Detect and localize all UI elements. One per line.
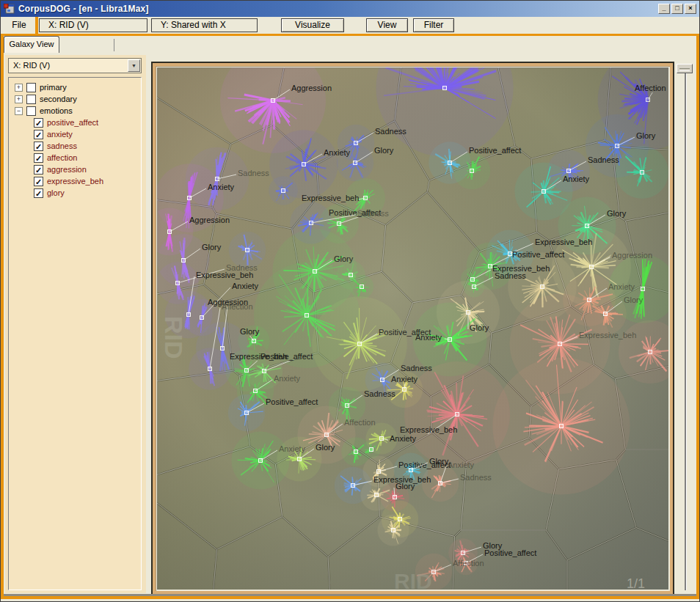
- tree-item-emotions[interactable]: −emotions: [9, 105, 141, 117]
- tree-item-affection[interactable]: ✓affection: [9, 152, 141, 164]
- title-bar[interactable]: CorpusDOG - [en - Libra1Max] _ □ ×: [1, 1, 699, 17]
- tree-item-label: positive_affect: [47, 118, 98, 127]
- svg-text:Positive_affect: Positive_affect: [266, 397, 318, 406]
- tree-item-glory[interactable]: ✓glory: [9, 187, 141, 199]
- tree-item-label: expressive_beh: [47, 177, 103, 186]
- tree-item-label: anxiety: [47, 130, 73, 139]
- x-axis-field[interactable]: X: RID (V): [39, 18, 147, 32]
- expand-icon[interactable]: +: [15, 84, 23, 92]
- tree-item-primary[interactable]: +primary: [9, 81, 141, 93]
- tree-item-positive_affect[interactable]: ✓positive_affect: [9, 117, 141, 128]
- checkbox[interactable]: ✓: [34, 153, 43, 163]
- svg-text:Sadness: Sadness: [460, 473, 492, 482]
- svg-text:Glory: Glory: [334, 254, 354, 263]
- tree-item-label: sadness: [47, 142, 77, 150]
- svg-text:Expressive_beh: Expressive_beh: [302, 194, 359, 202]
- svg-text:Sadness: Sadness: [238, 169, 269, 177]
- zoom-slider-handle[interactable]: [677, 64, 693, 73]
- svg-text:Anxiety: Anxiety: [324, 148, 351, 157]
- category-tree[interactable]: +primary+secondary−emotions✓positive_aff…: [8, 77, 142, 590]
- tree-item-label: secondary: [40, 95, 77, 103]
- checkbox[interactable]: ✓: [34, 188, 43, 198]
- toolbar-accent-divider: [35, 17, 38, 34]
- svg-text:Anxiety: Anxiety: [563, 175, 590, 183]
- app-window: CorpusDOG - [en - Libra1Max] _ □ × File …: [0, 0, 700, 602]
- tree-item-label: aggression: [47, 165, 87, 174]
- watermark-rid-horizontal: RID: [394, 569, 432, 590]
- svg-text:Affection: Affection: [635, 84, 666, 92]
- checkbox[interactable]: [26, 83, 36, 92]
- tree-item-label: emotions: [40, 106, 73, 115]
- galaxy-viz-frame: AggressionAffectionGlorySadnessGloryAnxi…: [151, 62, 674, 595]
- galaxy-canvas[interactable]: AggressionAffectionGlorySadnessGloryAnxi…: [157, 67, 668, 590]
- svg-text:Affection: Affection: [344, 418, 376, 427]
- window-controls: _ □ ×: [658, 4, 696, 14]
- file-menu[interactable]: File: [5, 18, 33, 32]
- window-title: CorpusDOG - [en - Libra1Max]: [18, 4, 149, 14]
- svg-text:Positive_affect: Positive_affect: [512, 250, 564, 259]
- svg-text:Glory: Glory: [624, 296, 644, 304]
- svg-text:Anxiety: Anxiety: [274, 374, 301, 383]
- svg-text:Sadness: Sadness: [495, 271, 526, 280]
- svg-text:Anxiety: Anxiety: [208, 183, 235, 191]
- galaxy-svg[interactable]: AggressionAffectionGlorySadnessGloryAnxi…: [157, 67, 668, 590]
- svg-text:Anxiety: Anxiety: [391, 375, 418, 383]
- checkbox[interactable]: ✓: [34, 165, 43, 175]
- collapse-icon[interactable]: −: [15, 107, 23, 115]
- tree-item-secondary[interactable]: +secondary: [9, 93, 141, 105]
- svg-text:Expressive_beh: Expressive_beh: [535, 238, 592, 246]
- maximize-button[interactable]: □: [671, 4, 683, 14]
- tree-item-label: primary: [40, 83, 67, 92]
- checkbox[interactable]: [26, 106, 36, 116]
- svg-text:Anxiety: Anxiety: [279, 444, 306, 453]
- svg-text:Glory: Glory: [607, 209, 627, 218]
- svg-text:Glory: Glory: [374, 146, 394, 155]
- toolbar: File X: RID (V) Y: Shared with X Visuali…: [1, 17, 699, 34]
- svg-text:Aggression: Aggression: [291, 84, 332, 92]
- checkbox[interactable]: ✓: [34, 142, 43, 151]
- svg-text:Glory: Glory: [202, 243, 222, 252]
- tree-item-label: glory: [47, 188, 65, 197]
- axis-dropdown[interactable]: X: RID (V) ▼: [8, 58, 142, 73]
- svg-text:Anxiety: Anxiety: [232, 282, 259, 290]
- tree-item-expressive_beh[interactable]: ✓expressive_beh: [9, 175, 141, 187]
- svg-text:Sadness: Sadness: [375, 127, 406, 136]
- tree-item-sadness[interactable]: ✓sadness: [9, 140, 141, 152]
- svg-text:Affection: Affection: [222, 302, 253, 311]
- svg-text:Expressive_beh: Expressive_beh: [400, 425, 457, 434]
- svg-text:Glory: Glory: [395, 482, 415, 491]
- minimize-button[interactable]: _: [658, 4, 670, 14]
- chevron-down-icon[interactable]: ▼: [128, 59, 140, 72]
- watermark-rid-vertical: RID: [160, 316, 188, 359]
- tree-item-label: affection: [47, 153, 77, 162]
- close-button[interactable]: ×: [685, 4, 696, 14]
- svg-text:Sadness: Sadness: [588, 155, 619, 164]
- page-indicator: 1/1: [627, 576, 645, 590]
- checkbox[interactable]: ✓: [34, 130, 43, 139]
- checkbox[interactable]: ✓: [34, 177, 43, 186]
- expand-icon[interactable]: +: [15, 95, 23, 103]
- svg-text:Anxiety: Anxiety: [415, 333, 442, 342]
- app-icon: [4, 4, 15, 14]
- tab-galaxy-view[interactable]: Galaxy View: [4, 36, 59, 53]
- tree-item-aggression[interactable]: ✓aggression: [9, 164, 141, 175]
- svg-text:Aggression: Aggression: [189, 216, 230, 224]
- checkbox[interactable]: [26, 95, 36, 104]
- svg-text:Expressive_beh: Expressive_beh: [579, 331, 636, 339]
- tree-item-anxiety[interactable]: ✓anxiety: [9, 128, 141, 140]
- zoom-slider-track[interactable]: [685, 65, 687, 590]
- svg-text:Anxiety: Anxiety: [390, 434, 417, 443]
- galaxy-view-page: X: RID (V) ▼ +primary+secondary−emotions…: [4, 54, 696, 596]
- window-bottom-edge: [4, 594, 696, 596]
- svg-text:Positive_affect: Positive_affect: [469, 146, 521, 155]
- checkbox[interactable]: ✓: [34, 118, 43, 128]
- svg-text:Glory: Glory: [636, 131, 656, 140]
- svg-text:Glory: Glory: [470, 323, 489, 332]
- filter-button[interactable]: Filter: [413, 18, 454, 32]
- view-button[interactable]: View: [366, 18, 408, 32]
- y-axis-field[interactable]: Y: Shared with X: [151, 18, 258, 32]
- svg-text:Glory: Glory: [316, 443, 335, 452]
- visualize-button[interactable]: Visualize: [281, 18, 344, 32]
- svg-text:Glory: Glory: [429, 457, 449, 466]
- svg-text:Anxiety: Anxiety: [608, 282, 635, 291]
